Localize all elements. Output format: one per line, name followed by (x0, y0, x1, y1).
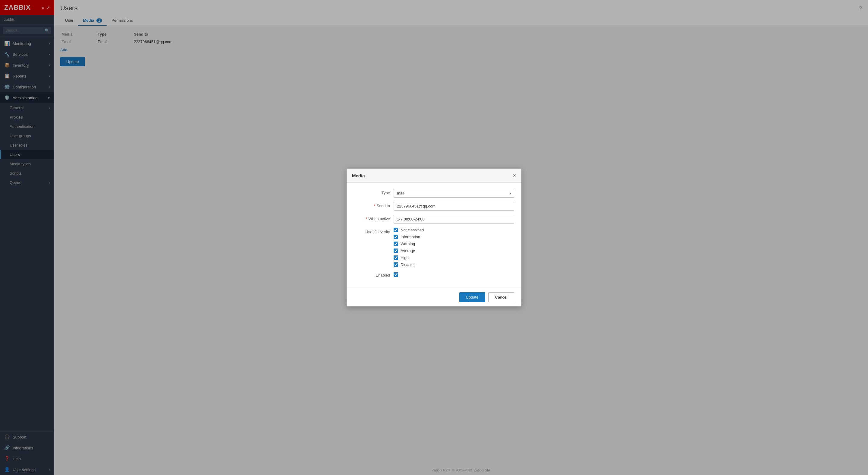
severity-high-label: High (401, 256, 409, 260)
form-row-sendto: Send to (354, 202, 514, 210)
checkbox-not-classified[interactable] (394, 228, 398, 232)
modal-cancel-button[interactable]: Cancel (488, 292, 514, 302)
severity-average[interactable]: Average (394, 248, 424, 253)
enabled-checkbox[interactable] (394, 272, 398, 277)
checkbox-disaster[interactable] (394, 262, 398, 267)
severity-not-classified-label: Not classified (401, 228, 424, 232)
sendto-input[interactable] (394, 202, 514, 210)
severity-not-classified[interactable]: Not classified (394, 228, 424, 232)
severity-disaster-label: Disaster (401, 262, 415, 267)
form-row-severity: Use if severity Not classified Informati… (354, 228, 514, 267)
type-select[interactable]: mail email SMS (394, 189, 514, 198)
severity-warning-label: Warning (401, 242, 415, 246)
modal-update-button[interactable]: Update (459, 292, 485, 302)
checkbox-high[interactable] (394, 256, 398, 260)
media-modal: Media × Type mail email SMS ▾ Send to (347, 169, 521, 306)
when-active-label: When active (354, 215, 390, 221)
enabled-label: Enabled (354, 271, 390, 277)
severity-average-label: Average (401, 248, 415, 253)
form-row-when-active: When active (354, 215, 514, 224)
severity-warning[interactable]: Warning (394, 242, 424, 246)
modal-header: Media × (347, 169, 521, 183)
severity-high[interactable]: High (394, 256, 424, 260)
sendto-label: Send to (354, 202, 390, 208)
modal-overlay: Media × Type mail email SMS ▾ Send to (0, 0, 868, 475)
severity-label: Use if severity (354, 228, 390, 234)
severity-information[interactable]: Information (394, 235, 424, 239)
when-active-input[interactable] (394, 215, 514, 224)
type-label: Type (354, 189, 390, 195)
form-row-type: Type mail email SMS ▾ (354, 189, 514, 198)
checkbox-average[interactable] (394, 248, 398, 253)
checkbox-warning[interactable] (394, 242, 398, 246)
checkbox-information[interactable] (394, 235, 398, 239)
severity-information-label: Information (401, 235, 420, 239)
form-row-enabled: Enabled (354, 271, 514, 277)
modal-body: Type mail email SMS ▾ Send to When activ… (347, 183, 521, 288)
type-select-wrapper: mail email SMS ▾ (394, 189, 514, 198)
severity-checkboxes: Not classified Information Warning Avera… (394, 228, 424, 267)
modal-close-button[interactable]: × (513, 173, 516, 178)
severity-disaster[interactable]: Disaster (394, 262, 424, 267)
modal-title: Media (352, 173, 365, 178)
modal-footer: Update Cancel (347, 288, 521, 306)
